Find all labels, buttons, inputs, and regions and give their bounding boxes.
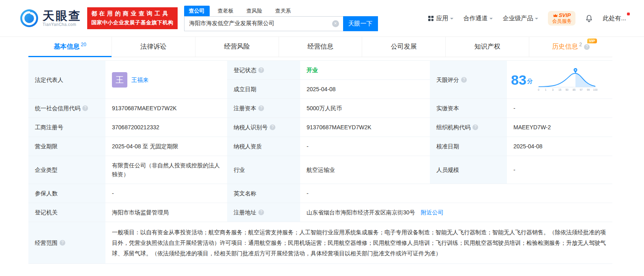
nearby-companies-link[interactable]: 附近公司	[421, 208, 444, 217]
field-label-company-type: 企业类型	[28, 156, 105, 184]
field-value-industry: 航空运输业	[300, 156, 430, 184]
score-distribution-chart: 0 1 3 15 50 85 97 99 100	[536, 66, 598, 94]
basic-info-table: 法定代表人 王 王福来 登记状态 ? 开业 天眼评分 ? 83 分	[28, 60, 612, 264]
notification-bell-icon[interactable]	[585, 14, 593, 22]
header-right-nav: 应用 合作通道 企业级产品 SVIP 会员服务	[428, 11, 626, 26]
field-label-established-date: 成立日期	[227, 80, 300, 99]
svg-text:1: 1	[545, 88, 547, 91]
more-label: 此处有...	[603, 15, 626, 21]
header-more-text[interactable]: 此处有...	[603, 15, 626, 22]
svg-text:97: 97	[580, 88, 583, 91]
field-value-company-type: 有限责任公司（非自然人投资或控股的法人独资）	[105, 156, 227, 184]
help-icon[interactable]: ?	[82, 105, 88, 111]
svip-label: SVIP	[559, 13, 571, 18]
help-icon[interactable]: ?	[461, 77, 467, 83]
field-label-approval-date: 核准日期	[430, 137, 507, 156]
empty-cell	[430, 184, 507, 203]
field-value-credit-code: 91370687MAEEYD7W2K	[105, 99, 227, 118]
tab-company-development[interactable]: 公司发展	[362, 37, 445, 57]
field-label-reg-number: 工商注册号	[28, 118, 105, 137]
tab-intellectual-property[interactable]: 知识产权	[445, 37, 529, 57]
field-label-staff-size: 人员规模	[430, 156, 507, 184]
nav-apps[interactable]: 应用	[428, 15, 453, 22]
field-label-reg-authority: 登记机关	[28, 203, 105, 222]
field-label-tianyan-score: 天眼评分 ?	[430, 61, 507, 99]
help-icon[interactable]: ?	[258, 105, 264, 111]
status-badge: 开业	[307, 66, 318, 75]
page: { "colors": { "brand_blue": "#0084ff", "…	[0, 0, 644, 276]
field-value-established-date: 2025-04-08	[300, 80, 430, 99]
legal-rep-avatar: 王	[112, 72, 127, 88]
nav-enterprise-products[interactable]: 企业级产品	[502, 15, 538, 22]
search-input[interactable]	[184, 16, 343, 31]
field-label-english-name: 英文名称	[227, 184, 300, 203]
svip-top: SVIP	[552, 13, 571, 18]
field-label-paid-capital: 实缴资本	[430, 99, 507, 118]
help-icon[interactable]: ?	[584, 44, 590, 50]
search-area: 查公司 查老板 查风险 查关系 × 天眼一下	[184, 6, 378, 31]
info-grid: 法定代表人 王 王福来 登记状态 ? 开业 天眼评分 ? 83 分	[28, 60, 612, 264]
svg-text:99: 99	[587, 88, 590, 91]
tab-legal-proceedings[interactable]: 法律诉讼	[112, 37, 195, 57]
tab-basic-info[interactable]: 基本信息 20	[28, 37, 112, 57]
tab-history-info[interactable]: 历史信息 2 ? VIP	[529, 37, 612, 57]
legal-rep-link[interactable]: 王福来	[131, 75, 148, 84]
field-value-org-code: MAEEYD7W-2	[507, 118, 612, 137]
search-tab-relation[interactable]: 查关系	[270, 6, 296, 16]
brand-slogan-banner: 都在用的商业查询工具 国家中小企业发展子基金旗下机构	[87, 7, 178, 29]
field-value-reg-authority: 海阳市市场监督管理局	[105, 203, 227, 222]
logo-name-en: TianYanCha.com	[43, 22, 82, 27]
search-tab-company[interactable]: 查公司	[184, 6, 210, 16]
svip-membership-button[interactable]: SVIP 会员服务	[548, 11, 575, 26]
field-value-business-scope: 一般项目：以自有资金从事投资活动；航空商务服务；航空运营支持服务；人工智能行业应…	[105, 222, 612, 264]
help-icon[interactable]: ?	[472, 124, 478, 130]
tianyancha-logo[interactable]: 天眼查 TianYanCha.com	[19, 9, 82, 28]
search-box: ×	[184, 16, 343, 31]
search-tab-risk[interactable]: 查风险	[242, 6, 267, 16]
chevron-down-icon	[450, 18, 453, 21]
help-icon[interactable]: ?	[60, 240, 65, 246]
field-label-taxpayer-id: 纳税人识别号 ?	[227, 118, 300, 137]
search-row: × 天眼一下	[184, 16, 378, 31]
svg-text:0: 0	[538, 88, 539, 91]
field-value-legal-rep: 王 王福来	[105, 61, 227, 99]
section-tabbar: 基本信息 20 法律诉讼 经营风险 经营信息 公司发展 知识产权 历史信息 2 …	[28, 37, 612, 57]
score-axis-ticks: 0 1 3 15 50 85 97 99 100	[538, 88, 598, 91]
svg-text:85: 85	[573, 88, 576, 91]
search-tab-boss[interactable]: 查老板	[213, 6, 238, 16]
notification-dot	[627, 13, 630, 15]
field-label-insured-count: 参保人数	[28, 184, 105, 203]
field-value-taxpayer-quality: -	[300, 137, 430, 156]
field-value-taxpayer-id: 91370687MAEEYD7W2K	[300, 118, 430, 137]
tab-label: 公司发展	[391, 43, 417, 51]
field-label-org-code: 组织机构代码 ?	[430, 118, 507, 137]
nav-cooperation[interactable]: 合作通道	[463, 15, 493, 22]
tab-label: 基本信息	[54, 43, 79, 51]
search-category-tabs: 查公司 查老板 查风险 查关系	[184, 6, 378, 16]
field-label-industry: 行业	[227, 156, 300, 184]
search-button[interactable]: 天眼一下	[343, 16, 378, 31]
svg-text:50: 50	[565, 88, 569, 91]
tab-operating-risk[interactable]: 经营风险	[195, 37, 279, 57]
field-label-taxpayer-quality: 纳税人资质	[227, 137, 300, 156]
field-value-english-name: -	[300, 184, 430, 203]
tab-operating-info[interactable]: 经营信息	[279, 37, 362, 57]
field-value-reg-number: 370687200212332	[105, 118, 227, 137]
help-icon[interactable]: ?	[258, 210, 264, 215]
field-value-reg-capital: 5000万人民币	[300, 99, 430, 118]
slogan-line1: 都在用的商业查询工具	[91, 10, 174, 17]
help-icon[interactable]: ?	[258, 67, 264, 73]
logo-text: 天眼查 TianYanCha.com	[43, 10, 82, 27]
clear-search-icon[interactable]: ×	[332, 20, 339, 27]
tab-label: 历史信息	[552, 43, 578, 51]
field-value-insured-count: -	[105, 184, 227, 203]
vip-badge: VIP	[587, 39, 597, 43]
slogan-line2: 国家中小企业发展子基金旗下机构	[91, 19, 174, 26]
field-value-approval-date: 2025-04-08	[507, 137, 612, 156]
field-label-legal-rep: 法定代表人	[28, 61, 105, 99]
top-header: 天眼查 TianYanCha.com 都在用的商业查询工具 国家中小企业发展子基…	[0, 0, 644, 37]
chevron-down-icon	[535, 18, 538, 21]
logo-swirl-icon	[19, 9, 39, 28]
field-value-reg-address: 山东省烟台市海阳市经济开发区南京街30号 附近公司	[300, 203, 612, 222]
help-icon[interactable]: ?	[270, 124, 275, 130]
